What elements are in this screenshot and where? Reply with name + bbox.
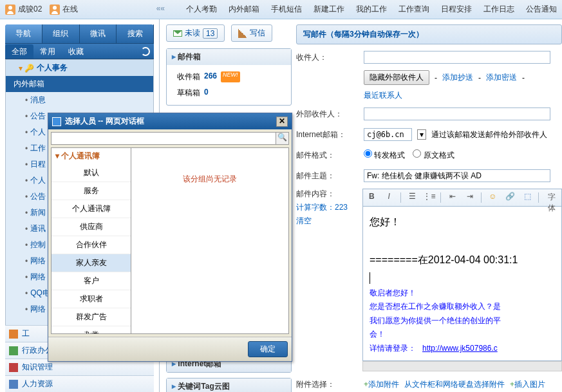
top-bar: 成骏02 在线 «« 个人考勤 内外邮箱 手机短信 新建工作 我的工作 工作查询… — [0, 0, 562, 19]
avatar-icon — [50, 5, 60, 15]
group-item[interactable]: 供应商 — [52, 218, 131, 236]
inbox-count: 266 — [204, 71, 217, 82]
body-link[interactable]: http://www.jk507986.c — [422, 344, 498, 353]
sidebar-sub-tabs: 全部 常用 收藏 — [5, 44, 154, 59]
subject-input[interactable] — [364, 169, 550, 182]
group-item[interactable]: 客户 — [52, 272, 131, 290]
section-label: 个人事务 — [37, 62, 68, 73]
dropdown-icon[interactable]: ▾ — [417, 129, 426, 140]
nav-attendance[interactable]: 个人考勤 — [186, 4, 217, 15]
emoji-icon[interactable]: ☺ — [487, 192, 499, 203]
mail-icon — [173, 30, 182, 37]
tab-search[interactable]: 搜索 — [117, 24, 154, 43]
dialog-empty-message: 该分组尚无记录 — [131, 147, 289, 334]
subtab-all[interactable]: 全部 — [5, 44, 33, 59]
format-original-radio[interactable]: 原文格式 — [413, 149, 454, 161]
content-label: 邮件内容： 计算字数：223 清空 — [296, 189, 362, 227]
nav-sms[interactable]: 手机短信 — [271, 4, 302, 15]
insert-image-link[interactable]: +插入图片 — [510, 379, 545, 390]
subtab-fav[interactable]: 收藏 — [62, 44, 90, 59]
tag-cloud-header[interactable]: 关键词Tag云图 — [167, 378, 291, 392]
refresh-icon[interactable] — [141, 47, 150, 56]
format-label: 邮件格式： — [296, 150, 364, 161]
recent-contacts-link[interactable]: 最近联系人 — [364, 90, 402, 101]
bottom-item-hr[interactable]: 人力资源 — [5, 375, 154, 392]
new-badge: NEW! — [221, 71, 240, 82]
cabinet-link[interactable]: 从文件柜和网络硬盘选择附件 — [404, 379, 505, 390]
user-info-2[interactable]: 在线 — [50, 4, 78, 15]
hide-external-button[interactable]: 隐藏外部收件人 — [364, 70, 429, 85]
hint-text: 通过该邮箱发送邮件给外部收件人 — [431, 129, 547, 140]
search-icon[interactable]: 🔍 — [276, 132, 289, 145]
group-item[interactable]: 合作伙伴 — [52, 236, 131, 254]
attach-label: 附件选择： — [296, 379, 364, 390]
group-item[interactable]: 杂类 — [52, 326, 131, 334]
dialog-search-input[interactable] — [51, 132, 276, 145]
inbox-row[interactable]: 收件箱 266 NEW! — [167, 69, 291, 85]
label: 草稿箱 — [177, 88, 200, 98]
to-input[interactable] — [364, 51, 550, 64]
add-cc-link[interactable]: 添加抄送 — [442, 72, 473, 83]
tab-weixun[interactable]: 微讯 — [80, 24, 117, 43]
user-info-1[interactable]: 成骏02 — [5, 4, 42, 15]
group-item[interactable]: 家人亲友 — [52, 254, 131, 272]
tree-item-mail[interactable]: 内外邮箱 — [6, 76, 153, 92]
group-item[interactable]: 服务 — [52, 182, 131, 200]
clear-link[interactable]: 清空 — [296, 216, 312, 225]
contacts-header[interactable]: 个人通讯簿 — [52, 148, 131, 164]
draft-row[interactable]: 草稿箱 0 — [167, 85, 291, 101]
body-divider: ========在2012-04-04 00:31:1 — [370, 251, 555, 270]
folder-icon — [9, 363, 18, 372]
folder-icon — [9, 330, 18, 339]
bold-icon[interactable]: B — [366, 192, 378, 203]
select-person-dialog: 选择人员 -- 网页对话框 ✕ 🔍 个人通讯簿 默认服务个人通讯簿供应商合作伙伴… — [48, 113, 292, 362]
list-icon[interactable]: ☰ — [406, 192, 418, 203]
dialog-group-list[interactable]: 个人通讯簿 默认服务个人通讯簿供应商合作伙伴家人亲友客户求职者群发广告杂类 — [51, 147, 131, 334]
close-icon[interactable]: ✕ — [276, 117, 288, 127]
editor-body[interactable]: 您好！ ========在2012-04-04 00:31:1 敬启者您好！ 您… — [362, 207, 562, 361]
horizontal-scrollbar[interactable] — [362, 361, 562, 371]
font-button[interactable]: 字体 — [544, 192, 559, 203]
nav-my-work[interactable]: 我的工作 — [356, 4, 387, 15]
ext-to-input[interactable] — [364, 107, 550, 120]
tree-section-personal[interactable]: ▾ 🔑 个人事务 — [6, 60, 153, 76]
internet-mail-input[interactable] — [364, 128, 412, 141]
compose-panel: 写邮件（每隔3分钟自动保存一次） 收件人： 隐藏外部收件人 -添加抄送 -添加密… — [296, 24, 562, 392]
format-forward-radio[interactable]: 转发格式 — [364, 149, 405, 161]
dialog-title-text: 选择人员 -- 网页对话框 — [65, 116, 144, 127]
tree-item[interactable]: • 消息 — [6, 92, 153, 108]
label: 工 — [22, 328, 30, 339]
add-attachment-link[interactable]: +添加附件 — [364, 379, 399, 390]
numbered-list-icon[interactable]: ⋮≡ — [423, 192, 435, 203]
group-item[interactable]: 默认 — [52, 164, 131, 182]
nav-new-work[interactable]: 新建工作 — [314, 4, 344, 15]
pen-icon — [238, 29, 247, 38]
dialog-titlebar[interactable]: 选择人员 -- 网页对话框 ✕ — [48, 113, 292, 129]
word-count-value: 223 — [335, 203, 348, 212]
indent-icon[interactable]: ⇥ — [464, 192, 476, 203]
avatar-icon — [5, 5, 15, 15]
compose-button[interactable]: 写信 — [231, 24, 272, 42]
outdent-icon[interactable]: ⇤ — [446, 192, 458, 203]
mailbox-header[interactable]: 邮件箱 — [167, 49, 291, 65]
nav-work-query[interactable]: 工作查询 — [398, 4, 429, 15]
nav-worklog[interactable]: 工作日志 — [483, 4, 514, 15]
nav-schedule[interactable]: 日程安排 — [441, 4, 472, 15]
word-count-link[interactable]: 计算字数： — [296, 203, 335, 212]
image-icon[interactable]: ⬚ — [521, 192, 534, 203]
group-item[interactable]: 群发广告 — [52, 308, 131, 326]
ok-button[interactable]: 确定 — [248, 341, 288, 357]
tab-nav[interactable]: 导航 — [5, 24, 42, 43]
italic-icon[interactable]: I — [383, 192, 395, 203]
nav-mail[interactable]: 内外邮箱 — [229, 4, 259, 15]
group-item[interactable]: 个人通讯簿 — [52, 200, 131, 218]
subtab-common[interactable]: 常用 — [33, 44, 62, 59]
unread-button[interactable]: 未读 13 — [166, 24, 225, 42]
username: 成骏02 — [18, 4, 42, 15]
group-item[interactable]: 求职者 — [52, 290, 131, 308]
add-bcc-link[interactable]: 添加密送 — [486, 72, 517, 83]
nav-announce[interactable]: 公告通知 — [526, 4, 557, 15]
attachment-icon[interactable]: 🔗 — [504, 192, 516, 203]
nav-collapse-icon[interactable]: «« — [156, 4, 165, 15]
tab-org[interactable]: 组织 — [42, 24, 80, 43]
